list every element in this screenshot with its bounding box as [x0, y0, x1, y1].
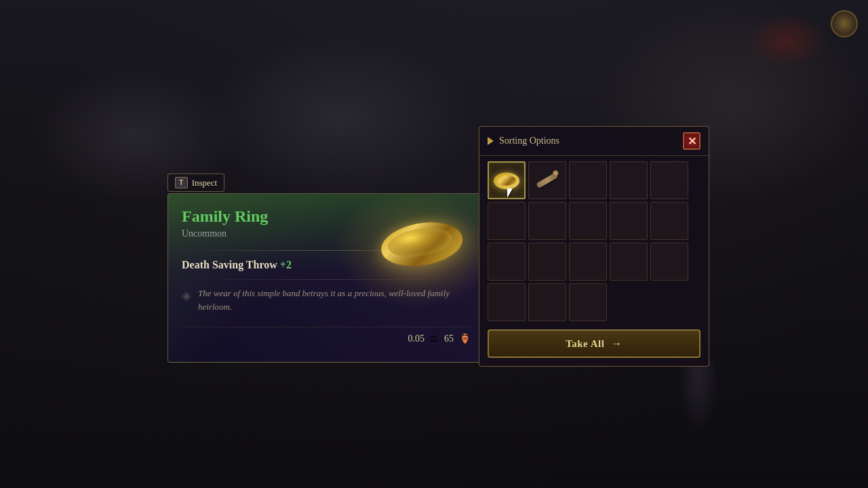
inventory-slot-13[interactable]: [610, 243, 648, 281]
take-all-label: Take All: [566, 338, 604, 350]
creature-ambient: [746, 14, 827, 68]
expand-icon: [488, 137, 494, 145]
inventory-slot-14[interactable]: [650, 243, 688, 281]
close-button[interactable]: ✕: [683, 132, 701, 150]
inventory-slot-1[interactable]: [528, 161, 566, 199]
item-rarity: Uncommon: [182, 228, 471, 239]
item-stat: Death Saving Throw +2: [182, 259, 471, 271]
inventory-panel: Sorting Options ✕ Take All →: [479, 126, 709, 367]
inventory-slot-5[interactable]: [488, 202, 526, 240]
inventory-slot-4[interactable]: [650, 161, 688, 199]
item-lore-container: ◈ The wear of this simple band betrays i…: [182, 287, 471, 313]
stat-bonus: +2: [280, 259, 292, 270]
gold-icon: 🏺: [459, 333, 471, 344]
inventory-slot-12[interactable]: [569, 243, 607, 281]
stat-name: Death Saving Throw: [182, 259, 277, 270]
inventory-slot-2[interactable]: [569, 161, 607, 199]
inventory-slot-8[interactable]: [610, 202, 648, 240]
sorting-options-label: Sorting Options: [488, 136, 559, 146]
item-footer: 0.05 ⚖ 65 🏺: [182, 327, 471, 344]
close-icon: ✕: [688, 135, 696, 148]
inspect-text: Inspect: [192, 178, 218, 188]
inventory-slot-9[interactable]: [650, 202, 688, 240]
inventory-slot-15[interactable]: [488, 283, 526, 321]
inventory-slot-11[interactable]: [528, 243, 566, 281]
ring-item-icon: [492, 173, 520, 190]
item-lore-text: The wear of this simple band betrays it …: [198, 287, 471, 313]
inventory-slot-0[interactable]: [488, 161, 526, 199]
stick-item-icon: [536, 172, 558, 188]
item-weight: 0.05: [408, 333, 425, 344]
inventory-slot-3[interactable]: [610, 161, 648, 199]
emblem-decoration: [831, 10, 858, 37]
item-value: 65: [444, 333, 454, 344]
item-tooltip-panel: Family Ring Uncommon Death Saving Throw …: [167, 193, 485, 363]
weight-icon: ⚖: [430, 333, 439, 344]
inventory-slot-10[interactable]: [488, 243, 526, 281]
inventory-slot-6[interactable]: [528, 202, 566, 240]
inspect-label-container: T Inspect: [167, 174, 224, 192]
take-all-button[interactable]: Take All →: [488, 329, 701, 358]
inventory-header: Sorting Options ✕: [479, 127, 709, 156]
inventory-grid: [479, 156, 709, 327]
take-all-arrow-icon: →: [611, 338, 623, 350]
inventory-slot-16[interactable]: [528, 283, 566, 321]
inventory-slot-17[interactable]: [569, 283, 607, 321]
inventory-slot-7[interactable]: [569, 202, 607, 240]
rock-formation-center: [203, 34, 475, 203]
lore-icon: ◈: [182, 288, 191, 303]
sorting-options-text: Sorting Options: [499, 136, 559, 146]
inspect-key-badge: T: [175, 177, 188, 188]
item-name: Family Ring: [182, 207, 471, 226]
